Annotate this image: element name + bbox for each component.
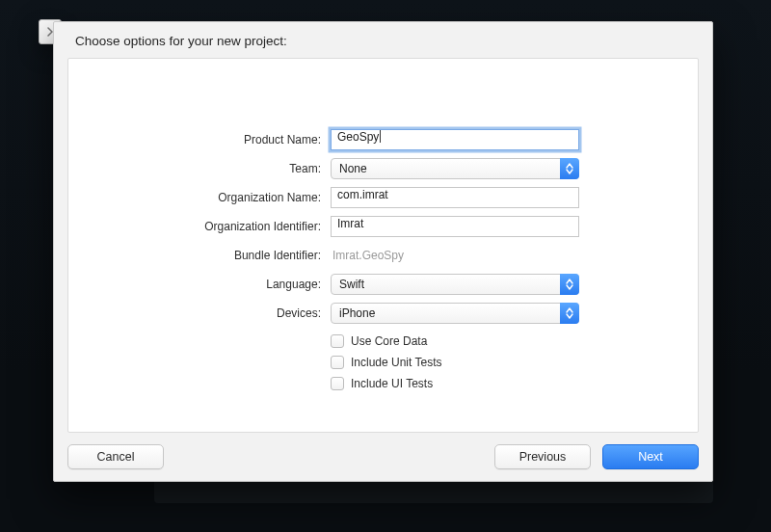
team-value: None	[339, 162, 367, 175]
bundle-identifier-value: Imrat.GeoSpy	[331, 245, 579, 266]
previous-button[interactable]: Previous	[494, 444, 591, 469]
updown-stepper-icon	[560, 158, 579, 179]
sheet-body: Product Name: GeoSpy Team: None	[67, 58, 699, 433]
language-select[interactable]: Swift	[331, 274, 579, 295]
desktop-background: Choose options for your new project: Pro…	[0, 0, 771, 532]
cancel-button[interactable]: Cancel	[67, 444, 164, 469]
use-core-data-label: Use Core Data	[351, 334, 427, 348]
updown-stepper-icon	[560, 274, 579, 295]
language-value: Swift	[339, 278, 364, 291]
new-project-options-sheet: Choose options for your new project: Pro…	[53, 21, 713, 482]
sheet-title: Choose options for your new project:	[54, 22, 712, 58]
team-label: Team:	[68, 162, 331, 175]
language-label: Language:	[68, 278, 331, 291]
include-ui-tests-label: Include UI Tests	[351, 377, 433, 390]
organization-identifier-label: Organization Identifier:	[68, 220, 331, 233]
organization-identifier-value: Imrat	[337, 217, 363, 230]
use-core-data-checkbox[interactable]	[331, 334, 344, 348]
next-button[interactable]: Next	[602, 444, 699, 469]
organization-name-value: com.imrat	[337, 188, 388, 201]
devices-label: Devices:	[68, 306, 331, 320]
bundle-identifier-label: Bundle Identifier:	[68, 249, 331, 262]
devices-select[interactable]: iPhone	[331, 303, 579, 324]
organization-identifier-input[interactable]: Imrat	[331, 216, 579, 237]
organization-name-input[interactable]: com.imrat	[331, 187, 579, 208]
include-unit-tests-checkbox[interactable]	[331, 356, 344, 369]
product-name-label: Product Name:	[68, 133, 331, 146]
devices-value: iPhone	[339, 306, 375, 320]
include-unit-tests-label: Include Unit Tests	[351, 356, 442, 369]
updown-stepper-icon	[560, 303, 579, 324]
include-ui-tests-checkbox[interactable]	[331, 377, 344, 390]
product-name-value: GeoSpy	[337, 130, 381, 144]
sheet-footer: Cancel Previous Next	[54, 433, 712, 481]
team-select[interactable]: None	[331, 158, 579, 179]
product-name-input[interactable]: GeoSpy	[331, 129, 579, 150]
options-form: Product Name: GeoSpy Team: None	[68, 128, 698, 394]
organization-name-label: Organization Name:	[68, 191, 331, 204]
